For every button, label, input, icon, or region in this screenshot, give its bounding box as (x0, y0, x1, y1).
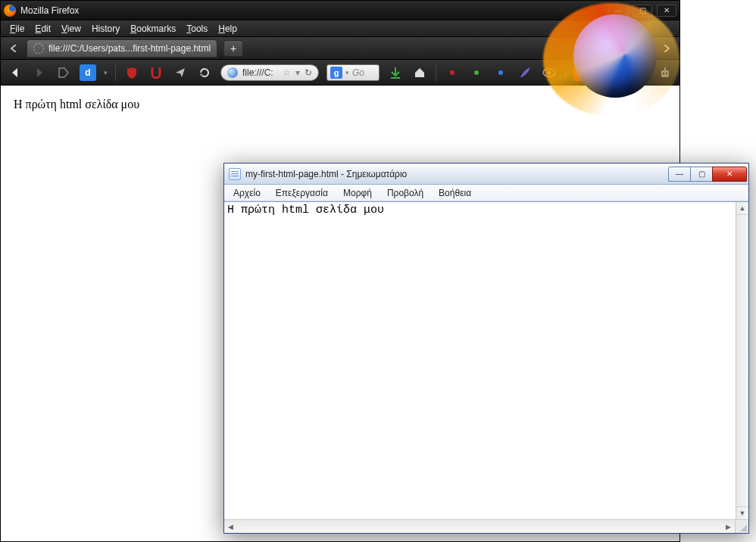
menu-view[interactable]: View (57, 22, 86, 36)
url-bar[interactable]: file:///C: ☆ ▾ ↻ (220, 64, 319, 81)
firefox-menubar: File Edit View History Bookmarks Tools H… (1, 20, 679, 37)
menu-tools[interactable]: Tools (182, 22, 212, 36)
bookmark-star-icon[interactable]: ☆ (283, 67, 291, 78)
forward-button[interactable] (31, 64, 48, 81)
menu-help[interactable]: Help (214, 22, 242, 36)
toolbar-asterisk-button[interactable]: ✱ (573, 64, 590, 81)
notepad-bottom-bar: ◀ ▶ (224, 519, 748, 533)
svg-point-3 (663, 72, 664, 73)
toolbar-dot-1[interactable] (444, 64, 461, 81)
download-button[interactable] (387, 64, 404, 81)
tab-scroll-left-button[interactable] (7, 40, 20, 57)
notepad-maximize-button[interactable]: ▢ (690, 167, 713, 182)
minimize-button[interactable]: — (608, 5, 628, 17)
notepad-horizontal-scrollbar[interactable]: ◀ ▶ (224, 520, 736, 533)
tag-icon (58, 67, 69, 78)
svg-rect-2 (661, 70, 669, 77)
scroll-left-button[interactable]: ◀ (224, 520, 237, 533)
menu-edit[interactable]: Edit (30, 22, 55, 36)
toolbar-d-button[interactable]: d (80, 64, 96, 81)
np-menu-file[interactable]: Αρχείο (227, 186, 267, 200)
close-button[interactable]: ✕ (657, 5, 676, 17)
chevron-left-icon (11, 45, 17, 52)
browser-tab[interactable]: file:///C:/Users/pats...first-html-page.… (27, 39, 217, 58)
scroll-down-button[interactable]: ▼ (736, 506, 748, 519)
notepad-vertical-scrollbar[interactable]: ▲ ▼ (736, 202, 748, 519)
firefox-window-controls: — ▢ ✕ (608, 5, 676, 17)
send-icon (175, 67, 186, 78)
d-icon: d (85, 67, 90, 78)
svg-point-4 (666, 72, 667, 73)
dropdown-indicator-icon[interactable]: ▾ (104, 69, 108, 76)
np-menu-view[interactable]: Προβολή (381, 186, 430, 200)
firefox-titlebar[interactable]: Mozilla Firefox — ▢ ✕ (1, 1, 679, 20)
toolbar-dot-3[interactable] (492, 64, 509, 81)
notepad-titlebar[interactable]: my-first-html-page.html - Σημειωματάριο … (224, 164, 748, 185)
search-placeholder: Go (352, 67, 364, 78)
firefox-toolbar: d ▾ file:///C: ☆ ▾ ↻ g ▾ Go (1, 60, 679, 86)
menu-history[interactable]: History (87, 22, 124, 36)
search-box[interactable]: g ▾ Go (326, 64, 380, 81)
green-dot-icon (474, 70, 479, 75)
notepad-content-area: Η πρώτη html σελίδα μου ▲ ▼ (224, 201, 748, 519)
toolbar-robot-button[interactable] (657, 64, 673, 81)
new-tab-button[interactable]: + (223, 40, 243, 57)
forward-icon (33, 67, 45, 79)
back-button[interactable] (7, 64, 23, 81)
maximize-button[interactable]: ▢ (633, 5, 652, 17)
blue-dot-icon (498, 70, 503, 75)
asterisk-icon: ✱ (578, 67, 586, 78)
notepad-title: my-first-html-page.html - Σημειωματάριο (245, 169, 407, 179)
notepad-menubar: Αρχείο Επεξεργασία Μορφή Προβολή Βοήθεια (224, 185, 748, 201)
toolbar-bookmark-button[interactable] (55, 64, 72, 81)
tab-favicon-icon (33, 43, 44, 54)
firefox-logo-icon (4, 5, 16, 17)
notepad-window-controls: — ▢ ✕ (669, 167, 747, 182)
toolbar-separator (115, 64, 116, 81)
eye-icon (542, 68, 556, 77)
home-icon (414, 67, 426, 79)
menu-file[interactable]: File (5, 22, 29, 36)
notepad-text-area[interactable]: Η πρώτη html σελίδα μου (224, 202, 736, 519)
sync-icon (198, 67, 211, 79)
np-menu-format[interactable]: Μορφή (337, 186, 378, 200)
home-button[interactable] (411, 64, 428, 81)
firefox-title: Mozilla Firefox (20, 5, 79, 16)
toolbar-send-button[interactable] (172, 64, 189, 81)
scroll-track[interactable] (736, 215, 748, 506)
toolbar-red-u-button[interactable] (148, 64, 164, 81)
notepad-window: my-first-html-page.html - Σημειωματάριο … (223, 163, 749, 534)
feather-icon (519, 67, 531, 79)
download-icon (390, 67, 401, 79)
notepad-app-icon (229, 168, 241, 180)
toolbar-feather-button[interactable] (517, 64, 533, 81)
url-text: file:///C: (242, 67, 278, 78)
robot-icon (660, 67, 670, 79)
search-dropdown-icon[interactable]: ▾ (345, 69, 349, 76)
red-dot-icon (450, 70, 455, 75)
toolbar-dot-2[interactable] (468, 64, 485, 81)
tab-scroll-right-button[interactable] (660, 40, 673, 57)
menu-bookmarks[interactable]: Bookmarks (126, 22, 180, 36)
np-menu-edit[interactable]: Επεξεργασία (270, 186, 334, 200)
notepad-minimize-button[interactable]: — (668, 167, 691, 182)
shield-icon (127, 67, 137, 79)
notepad-close-button[interactable]: ✕ (712, 167, 747, 182)
toolbar-separator (565, 64, 566, 81)
google-icon: g (330, 67, 342, 79)
site-identity-icon[interactable] (227, 67, 238, 78)
toolbar-eye-button[interactable] (541, 64, 558, 81)
reload-icon[interactable]: ↻ (305, 67, 312, 78)
toolbar-red-shield-button[interactable] (123, 64, 140, 81)
toolbar-sync-button[interactable] (196, 64, 213, 81)
url-dropdown-icon[interactable]: ▾ (295, 67, 300, 78)
svg-rect-5 (664, 67, 666, 70)
np-menu-help[interactable]: Βοήθεια (433, 186, 477, 200)
toolbar-separator (436, 64, 436, 81)
resize-grip[interactable] (736, 520, 748, 533)
scroll-right-button[interactable]: ▶ (722, 520, 735, 533)
tab-label: file:///C:/Users/pats...first-html-page.… (48, 43, 211, 54)
back-icon (9, 67, 21, 79)
firefox-tabbar: file:///C:/Users/pats...first-html-page.… (1, 37, 679, 60)
scroll-up-button[interactable]: ▲ (736, 202, 748, 215)
